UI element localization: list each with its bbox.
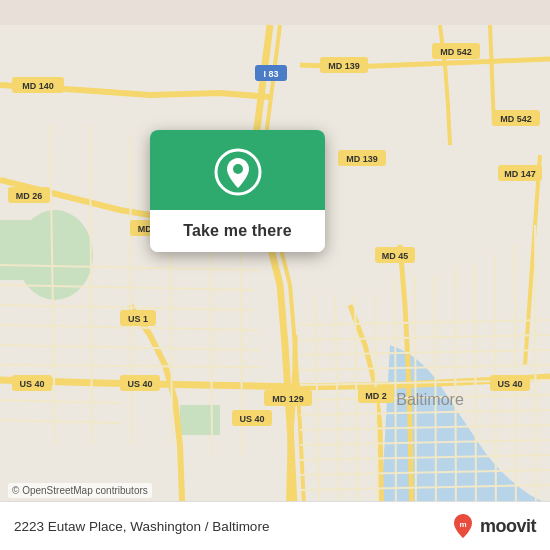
svg-text:MD 139: MD 139 xyxy=(346,154,378,164)
popup-card: Take me there xyxy=(150,130,325,252)
svg-text:MD 26: MD 26 xyxy=(16,191,43,201)
svg-text:I 83: I 83 xyxy=(263,69,278,79)
svg-text:US 40: US 40 xyxy=(239,414,264,424)
svg-text:MD 2: MD 2 xyxy=(365,391,387,401)
popup-header xyxy=(150,130,325,210)
svg-text:Baltimore: Baltimore xyxy=(396,391,464,408)
svg-text:MD 542: MD 542 xyxy=(500,114,532,124)
svg-text:MD 542: MD 542 xyxy=(440,47,472,57)
address-text: 2223 Eutaw Place, Washington / Baltimore xyxy=(14,519,269,534)
location-pin-icon xyxy=(214,148,262,196)
map-container: MD 140 I 83 MD 26 MD 26 MD 139 MD 542 MD… xyxy=(0,0,550,550)
take-me-there-button[interactable]: Take me there xyxy=(150,210,325,252)
svg-text:US 40: US 40 xyxy=(497,379,522,389)
bottom-bar: 2223 Eutaw Place, Washington / Baltimore… xyxy=(0,501,550,550)
map-attribution: © OpenStreetMap contributors xyxy=(8,483,152,498)
map-background: MD 140 I 83 MD 26 MD 26 MD 139 MD 542 MD… xyxy=(0,0,550,550)
moovit-logo: m moovit xyxy=(449,512,536,540)
svg-text:US 1: US 1 xyxy=(128,314,148,324)
svg-rect-3 xyxy=(180,405,220,435)
svg-rect-2 xyxy=(0,220,30,280)
svg-text:US 40: US 40 xyxy=(19,379,44,389)
svg-text:MD 140: MD 140 xyxy=(22,81,54,91)
moovit-text: moovit xyxy=(480,516,536,537)
svg-text:MD 139: MD 139 xyxy=(328,61,360,71)
svg-point-78 xyxy=(233,164,243,174)
svg-line-24 xyxy=(475,265,476,525)
svg-text:US 40: US 40 xyxy=(127,379,152,389)
svg-text:m: m xyxy=(459,520,466,529)
svg-text:MD 147: MD 147 xyxy=(504,169,536,179)
svg-text:MD 129: MD 129 xyxy=(272,394,304,404)
svg-text:MD 45: MD 45 xyxy=(382,251,409,261)
svg-line-27 xyxy=(535,225,536,525)
moovit-icon: m xyxy=(449,512,477,540)
